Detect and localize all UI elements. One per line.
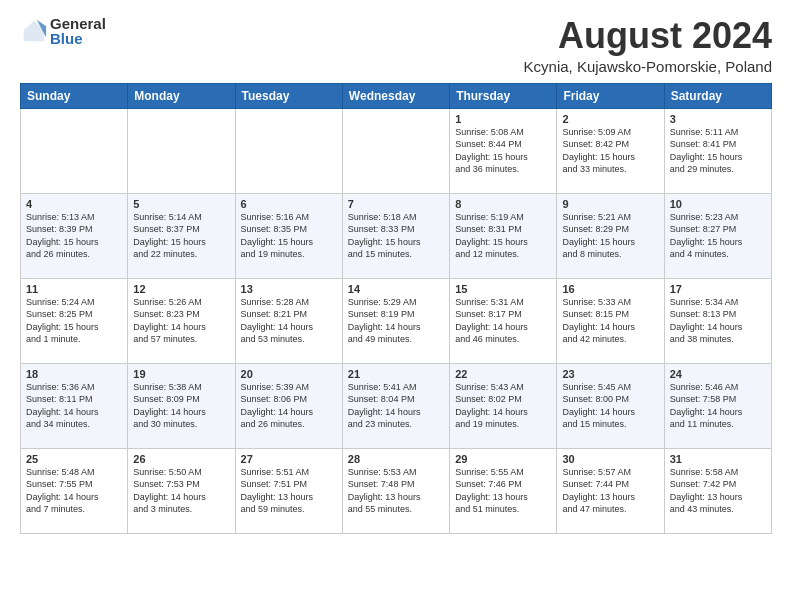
day-number: 27 (241, 453, 337, 465)
day-number: 18 (26, 368, 122, 380)
table-row: 31Sunrise: 5:58 AM Sunset: 7:42 PM Dayli… (664, 448, 771, 533)
day-number: 19 (133, 368, 229, 380)
logo-general-text: General (50, 16, 106, 31)
day-number: 17 (670, 283, 766, 295)
table-row: 27Sunrise: 5:51 AM Sunset: 7:51 PM Dayli… (235, 448, 342, 533)
day-info: Sunrise: 5:16 AM Sunset: 8:35 PM Dayligh… (241, 211, 337, 261)
day-info: Sunrise: 5:28 AM Sunset: 8:21 PM Dayligh… (241, 296, 337, 346)
day-number: 11 (26, 283, 122, 295)
logo-blue-text: Blue (50, 31, 106, 46)
day-info: Sunrise: 5:14 AM Sunset: 8:37 PM Dayligh… (133, 211, 229, 261)
header-row: Sunday Monday Tuesday Wednesday Thursday… (21, 83, 772, 108)
col-sunday: Sunday (21, 83, 128, 108)
table-row: 21Sunrise: 5:41 AM Sunset: 8:04 PM Dayli… (342, 363, 449, 448)
day-info: Sunrise: 5:48 AM Sunset: 7:55 PM Dayligh… (26, 466, 122, 516)
day-info: Sunrise: 5:19 AM Sunset: 8:31 PM Dayligh… (455, 211, 551, 261)
day-number: 23 (562, 368, 658, 380)
table-row: 24Sunrise: 5:46 AM Sunset: 7:58 PM Dayli… (664, 363, 771, 448)
month-year-title: August 2024 (524, 16, 772, 56)
day-info: Sunrise: 5:21 AM Sunset: 8:29 PM Dayligh… (562, 211, 658, 261)
calendar-table: Sunday Monday Tuesday Wednesday Thursday… (20, 83, 772, 534)
day-info: Sunrise: 5:41 AM Sunset: 8:04 PM Dayligh… (348, 381, 444, 431)
day-info: Sunrise: 5:39 AM Sunset: 8:06 PM Dayligh… (241, 381, 337, 431)
day-info: Sunrise: 5:18 AM Sunset: 8:33 PM Dayligh… (348, 211, 444, 261)
day-info: Sunrise: 5:46 AM Sunset: 7:58 PM Dayligh… (670, 381, 766, 431)
day-number: 21 (348, 368, 444, 380)
day-number: 31 (670, 453, 766, 465)
day-number: 26 (133, 453, 229, 465)
logo: General Blue (20, 16, 106, 46)
day-number: 9 (562, 198, 658, 210)
calendar-week-row: 4Sunrise: 5:13 AM Sunset: 8:39 PM Daylig… (21, 193, 772, 278)
day-info: Sunrise: 5:29 AM Sunset: 8:19 PM Dayligh… (348, 296, 444, 346)
day-number: 29 (455, 453, 551, 465)
table-row: 8Sunrise: 5:19 AM Sunset: 8:31 PM Daylig… (450, 193, 557, 278)
day-number: 4 (26, 198, 122, 210)
day-number: 5 (133, 198, 229, 210)
day-number: 2 (562, 113, 658, 125)
day-info: Sunrise: 5:09 AM Sunset: 8:42 PM Dayligh… (562, 126, 658, 176)
day-number: 10 (670, 198, 766, 210)
table-row (235, 108, 342, 193)
logo-icon (20, 17, 48, 45)
day-number: 8 (455, 198, 551, 210)
table-row: 5Sunrise: 5:14 AM Sunset: 8:37 PM Daylig… (128, 193, 235, 278)
day-info: Sunrise: 5:13 AM Sunset: 8:39 PM Dayligh… (26, 211, 122, 261)
col-monday: Monday (128, 83, 235, 108)
day-info: Sunrise: 5:38 AM Sunset: 8:09 PM Dayligh… (133, 381, 229, 431)
table-row: 3Sunrise: 5:11 AM Sunset: 8:41 PM Daylig… (664, 108, 771, 193)
day-info: Sunrise: 5:58 AM Sunset: 7:42 PM Dayligh… (670, 466, 766, 516)
day-info: Sunrise: 5:23 AM Sunset: 8:27 PM Dayligh… (670, 211, 766, 261)
day-info: Sunrise: 5:08 AM Sunset: 8:44 PM Dayligh… (455, 126, 551, 176)
calendar-week-row: 18Sunrise: 5:36 AM Sunset: 8:11 PM Dayli… (21, 363, 772, 448)
day-info: Sunrise: 5:43 AM Sunset: 8:02 PM Dayligh… (455, 381, 551, 431)
day-number: 20 (241, 368, 337, 380)
location-subtitle: Kcynia, Kujawsko-Pomorskie, Poland (524, 58, 772, 75)
logo-text: General Blue (50, 16, 106, 46)
day-info: Sunrise: 5:50 AM Sunset: 7:53 PM Dayligh… (133, 466, 229, 516)
table-row: 23Sunrise: 5:45 AM Sunset: 8:00 PM Dayli… (557, 363, 664, 448)
day-info: Sunrise: 5:11 AM Sunset: 8:41 PM Dayligh… (670, 126, 766, 176)
day-info: Sunrise: 5:36 AM Sunset: 8:11 PM Dayligh… (26, 381, 122, 431)
calendar-week-row: 25Sunrise: 5:48 AM Sunset: 7:55 PM Dayli… (21, 448, 772, 533)
table-row: 29Sunrise: 5:55 AM Sunset: 7:46 PM Dayli… (450, 448, 557, 533)
table-row: 22Sunrise: 5:43 AM Sunset: 8:02 PM Dayli… (450, 363, 557, 448)
table-row (342, 108, 449, 193)
col-friday: Friday (557, 83, 664, 108)
table-row: 16Sunrise: 5:33 AM Sunset: 8:15 PM Dayli… (557, 278, 664, 363)
day-number: 28 (348, 453, 444, 465)
table-row: 30Sunrise: 5:57 AM Sunset: 7:44 PM Dayli… (557, 448, 664, 533)
day-number: 3 (670, 113, 766, 125)
day-number: 1 (455, 113, 551, 125)
title-area: August 2024 Kcynia, Kujawsko-Pomorskie, … (524, 16, 772, 75)
day-info: Sunrise: 5:55 AM Sunset: 7:46 PM Dayligh… (455, 466, 551, 516)
col-tuesday: Tuesday (235, 83, 342, 108)
table-row: 14Sunrise: 5:29 AM Sunset: 8:19 PM Dayli… (342, 278, 449, 363)
day-number: 12 (133, 283, 229, 295)
day-number: 13 (241, 283, 337, 295)
table-row: 28Sunrise: 5:53 AM Sunset: 7:48 PM Dayli… (342, 448, 449, 533)
table-row: 4Sunrise: 5:13 AM Sunset: 8:39 PM Daylig… (21, 193, 128, 278)
calendar-week-row: 11Sunrise: 5:24 AM Sunset: 8:25 PM Dayli… (21, 278, 772, 363)
table-row: 12Sunrise: 5:26 AM Sunset: 8:23 PM Dayli… (128, 278, 235, 363)
table-row: 26Sunrise: 5:50 AM Sunset: 7:53 PM Dayli… (128, 448, 235, 533)
day-info: Sunrise: 5:45 AM Sunset: 8:00 PM Dayligh… (562, 381, 658, 431)
table-row: 18Sunrise: 5:36 AM Sunset: 8:11 PM Dayli… (21, 363, 128, 448)
day-number: 15 (455, 283, 551, 295)
day-number: 22 (455, 368, 551, 380)
table-row (21, 108, 128, 193)
table-row: 19Sunrise: 5:38 AM Sunset: 8:09 PM Dayli… (128, 363, 235, 448)
table-row: 17Sunrise: 5:34 AM Sunset: 8:13 PM Dayli… (664, 278, 771, 363)
header: General Blue August 2024 Kcynia, Kujawsk… (20, 16, 772, 75)
table-row: 9Sunrise: 5:21 AM Sunset: 8:29 PM Daylig… (557, 193, 664, 278)
day-info: Sunrise: 5:34 AM Sunset: 8:13 PM Dayligh… (670, 296, 766, 346)
day-info: Sunrise: 5:31 AM Sunset: 8:17 PM Dayligh… (455, 296, 551, 346)
day-number: 14 (348, 283, 444, 295)
day-info: Sunrise: 5:26 AM Sunset: 8:23 PM Dayligh… (133, 296, 229, 346)
calendar-page: General Blue August 2024 Kcynia, Kujawsk… (0, 0, 792, 612)
day-info: Sunrise: 5:33 AM Sunset: 8:15 PM Dayligh… (562, 296, 658, 346)
calendar-week-row: 1Sunrise: 5:08 AM Sunset: 8:44 PM Daylig… (21, 108, 772, 193)
table-row: 1Sunrise: 5:08 AM Sunset: 8:44 PM Daylig… (450, 108, 557, 193)
col-thursday: Thursday (450, 83, 557, 108)
col-wednesday: Wednesday (342, 83, 449, 108)
